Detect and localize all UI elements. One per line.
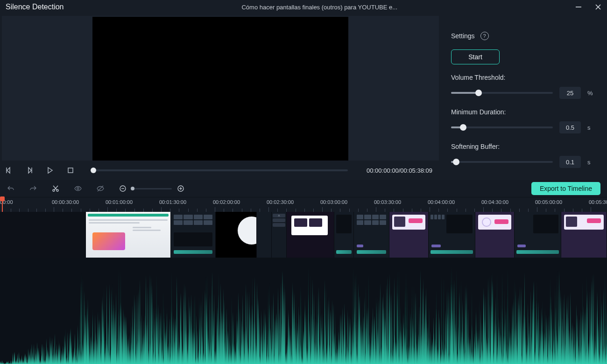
audio-waveform[interactable] — [0, 258, 607, 364]
close-button[interactable] — [595, 4, 601, 10]
undo-icon[interactable] — [7, 184, 15, 193]
settings-heading: Settings — [451, 32, 475, 40]
video-preview[interactable] — [92, 17, 348, 161]
softening-buffer-value[interactable]: 0.1 — [559, 156, 581, 168]
volume-threshold-slider[interactable] — [451, 92, 553, 94]
volume-threshold-value[interactable]: 25 — [559, 87, 581, 99]
scrub-thumb[interactable] — [91, 168, 96, 173]
softening-buffer-slider[interactable] — [451, 161, 553, 163]
transport-controls: 00:00:00:00/00:05:38:09 — [0, 161, 439, 180]
stop-button[interactable] — [66, 166, 75, 175]
slider-thumb[interactable] — [475, 90, 482, 96]
ruler-label: 00:01:00:00 — [106, 199, 133, 205]
volume-threshold-label: Volume Threshold: — [451, 74, 594, 81]
clip-thumbnail[interactable] — [86, 212, 171, 258]
scrub-slider[interactable] — [93, 169, 348, 171]
clip-thumbnail[interactable] — [257, 212, 272, 258]
zoom-in-icon[interactable] — [176, 184, 185, 193]
ruler-label: 00:05:00:00 — [535, 199, 562, 205]
minimum-duration-slider[interactable] — [451, 126, 553, 128]
cut-icon[interactable] — [51, 184, 60, 193]
ruler-label: 00:00:30:00 — [52, 199, 79, 205]
clip-thumbnail[interactable] — [429, 212, 475, 258]
minimum-duration-unit: s — [587, 124, 594, 131]
redo-icon[interactable] — [29, 184, 37, 193]
svg-marker-7 — [48, 168, 52, 173]
play-button[interactable] — [46, 166, 54, 175]
clip-thumbnail[interactable] — [0, 212, 86, 258]
volume-threshold-unit: % — [587, 90, 594, 97]
clip-thumbnail[interactable] — [475, 212, 515, 258]
timeline-toolbar: Export to Timeline — [0, 180, 607, 197]
slider-thumb[interactable] — [460, 124, 466, 131]
settings-panel: Settings ? Start Volume Threshold: 25 % … — [439, 14, 607, 180]
minimize-button[interactable] — [575, 4, 582, 10]
svg-point-10 — [56, 189, 58, 191]
clip-thumbnail[interactable] — [171, 212, 216, 258]
ruler-label: 00:02:30:00 — [267, 199, 294, 205]
ruler-label: 00:02:00:00 — [213, 199, 240, 205]
clip-thumbnail[interactable] — [334, 212, 354, 258]
playhead[interactable] — [2, 197, 3, 212]
timecode-display: 00:00:00:00/00:05:38:09 — [367, 167, 432, 174]
title-bar: Silence Detection Cómo hacer pantallas f… — [0, 0, 607, 14]
svg-point-11 — [77, 188, 79, 189]
timeline-ruler[interactable]: 00:0000:00:30:0000:01:00:0000:01:30:0000… — [0, 197, 607, 212]
clip-thumbnail[interactable]: A — [272, 212, 287, 258]
ruler-label: 00:03:00:00 — [320, 199, 347, 205]
svg-point-9 — [53, 189, 55, 191]
clip-thumbnail[interactable] — [216, 212, 257, 258]
clip-thumbnail[interactable] — [389, 212, 429, 258]
hide-icon[interactable] — [96, 184, 105, 193]
minimum-duration-label: Minimum Duration: — [451, 108, 594, 116]
project-title: Cómo hacer pantallas finales (outros) pa… — [64, 4, 575, 11]
zoom-out-icon[interactable] — [119, 184, 127, 193]
clip-thumbnail[interactable] — [515, 212, 561, 258]
zoom-thumb[interactable] — [131, 187, 134, 190]
ruler-label: 00:01:30:00 — [159, 199, 186, 205]
clip-thumbnail[interactable] — [354, 212, 389, 258]
ruler-label: 00:05:30:00 — [589, 199, 607, 205]
next-frame-button[interactable] — [25, 166, 34, 175]
export-to-timeline-button[interactable]: Export to Timeline — [531, 182, 600, 195]
visibility-icon[interactable] — [74, 184, 82, 193]
clip-thumbnail[interactable] — [287, 212, 334, 258]
preview-stage — [2, 16, 439, 161]
start-button[interactable]: Start — [451, 49, 500, 64]
ruler-label: 00:03:30:00 — [374, 199, 401, 205]
ruler-label: 00:04:00:00 — [428, 199, 455, 205]
prev-frame-button[interactable] — [5, 166, 13, 175]
zoom-slider[interactable] — [132, 188, 172, 189]
minimum-duration-value[interactable]: 0.5 — [559, 121, 581, 133]
slider-thumb[interactable] — [453, 159, 459, 165]
help-icon[interactable]: ? — [480, 32, 489, 40]
softening-buffer-unit: s — [587, 159, 594, 166]
clip-thumbnail[interactable] — [561, 212, 607, 258]
svg-marker-5 — [28, 168, 31, 173]
softening-buffer-label: Softening Buffer: — [451, 143, 594, 150]
ruler-label: 00:04:30:00 — [481, 199, 508, 205]
app-title: Silence Detection — [6, 3, 64, 11]
svg-rect-8 — [68, 168, 73, 173]
svg-marker-3 — [7, 168, 10, 173]
video-thumbnail-track[interactable]: A — [0, 212, 607, 258]
